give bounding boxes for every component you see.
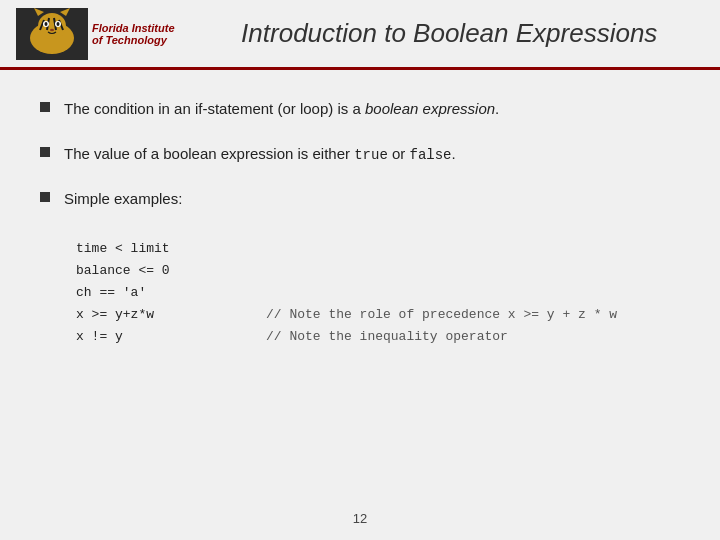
code-main-3: ch == 'a' [76,282,226,304]
bullet-item-3: Simple examples: [40,188,680,211]
bullet-item-1: The condition in an if-statement (or loo… [40,98,680,121]
bullet-text-1: The condition in an if-statement (or loo… [64,98,499,121]
slide: Florida Institute of Technology Introduc… [0,0,720,540]
bullet-text-3: Simple examples: [64,188,182,211]
slide-content: The condition in an if-statement (or loo… [0,70,720,503]
code-comment-4: // Note the role of precedence x >= y + … [266,304,617,326]
logo-line1: Florida Institute [92,22,175,34]
code-line-2: balance <= 0 [76,260,680,282]
code-line-4: x >= y+z*w // Note the role of precedenc… [76,304,680,326]
page-number: 12 [353,511,367,526]
logo-line2: of Technology [92,34,175,46]
code-block: time < limit balance <= 0 ch == 'a' x >=… [76,238,680,348]
code-line-5: x != y // Note the inequality operator [76,326,680,348]
logo-area: Florida Institute of Technology [16,8,175,60]
slide-footer: 12 [0,503,720,534]
bullet-square-1 [40,102,50,112]
code-line-3: ch == 'a' [76,282,680,304]
code-main-1: time < limit [76,238,226,260]
mono-false: false [409,147,451,163]
logo-text: Florida Institute of Technology [92,22,175,46]
logo-image [16,8,88,60]
bullet-square-2 [40,147,50,157]
code-main-4: x >= y+z*w [76,304,226,326]
mono-true: true [354,147,388,163]
code-line-1: time < limit [76,238,680,260]
slide-title: Introduction to Boolean Expressions [195,18,705,49]
svg-rect-15 [16,8,88,60]
code-main-5: x != y [76,326,226,348]
code-comment-5: // Note the inequality operator [266,326,508,348]
code-main-2: balance <= 0 [76,260,226,282]
italic-text-1: boolean expression [365,100,495,117]
bullet-square-3 [40,192,50,202]
bullet-item-2: The value of a boolean expression is eit… [40,143,680,166]
slide-header: Florida Institute of Technology Introduc… [0,0,720,70]
bullet-text-2: The value of a boolean expression is eit… [64,143,456,166]
